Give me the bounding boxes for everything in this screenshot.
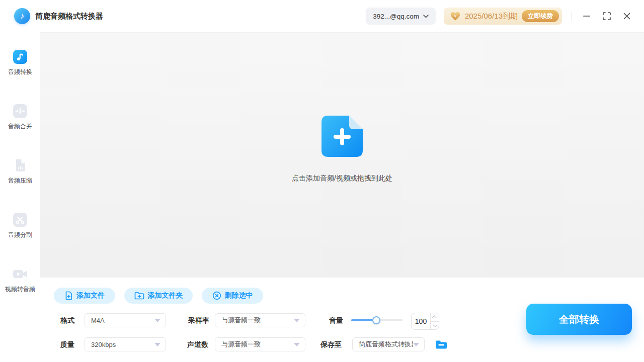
sample-rate-label: 采样率	[188, 313, 209, 327]
dropzone-hint: 点击添加音频/视频或拖拽到此处	[292, 174, 392, 183]
browse-folder-button[interactable]	[434, 337, 449, 351]
format-select[interactable]: M4A	[85, 313, 166, 327]
audio-split-icon	[13, 212, 27, 227]
title-bar: ♪ 简鹿音频格式转换器 392...@qq.com V 2025/06/13到期…	[0, 0, 644, 32]
vip-status-badge: V 2025/06/13到期 立即续费	[444, 8, 562, 25]
file-list-panel: 点击添加音频/视频或拖拽到此处	[40, 32, 644, 278]
convert-all-button[interactable]: 全部转换	[526, 304, 632, 335]
sidebar-item-audio-compress[interactable]: 音频压缩	[8, 158, 32, 185]
maximize-icon	[603, 12, 611, 20]
delete-selected-button[interactable]: 删除选中	[202, 288, 263, 304]
app-title: 简鹿音频格式转换器	[35, 12, 103, 21]
chevron-down-icon	[423, 15, 429, 18]
format-label: 格式	[60, 313, 74, 327]
chevron-down-icon	[294, 343, 300, 346]
audio-merge-icon	[13, 104, 27, 119]
chevron-down-icon	[413, 343, 419, 346]
sidebar-item-label: 音频转换	[8, 68, 32, 76]
dropzone[interactable]: 点击添加音频/视频或拖拽到此处	[292, 116, 392, 183]
sidebar-item-video-to-audio[interactable]: 视频转音频	[5, 266, 35, 294]
video-to-audio-icon	[13, 266, 28, 282]
divider	[571, 12, 572, 21]
maximize-button[interactable]	[597, 6, 617, 26]
add-file-icon	[321, 116, 363, 157]
channels-label: 声道数	[187, 337, 208, 351]
vip-heart-icon: V	[450, 11, 461, 21]
chevron-up-icon	[432, 315, 436, 319]
format-value: M4A	[91, 317, 154, 324]
sample-rate-select[interactable]: 与源音频一致	[215, 313, 305, 327]
account-email: 392...@qq.com	[373, 13, 419, 20]
channels-select[interactable]: 与源音频一致	[215, 337, 305, 351]
volume-slider[interactable]	[351, 319, 403, 321]
sidebar-item-label: 视频转音频	[5, 285, 35, 294]
file-plus-icon	[64, 291, 73, 300]
sidebar-item-label: 音频合并	[8, 122, 32, 131]
svg-text:V: V	[454, 14, 457, 18]
volume-spinner	[430, 313, 439, 329]
audio-convert-icon	[13, 49, 27, 64]
close-icon	[623, 13, 630, 20]
chevron-down-icon	[433, 323, 437, 327]
volume-slider-handle[interactable]	[372, 316, 380, 324]
quality-label: 质量	[60, 337, 74, 351]
add-folder-button[interactable]: 添加文件夹	[124, 288, 193, 304]
chevron-down-icon	[154, 319, 160, 322]
volume-decrement-button[interactable]	[431, 321, 439, 330]
volume-increment-button[interactable]	[431, 313, 439, 321]
circle-x-icon	[212, 291, 221, 300]
sidebar: 音频转换 音频合并 音频压缩	[0, 32, 40, 362]
chevron-down-icon	[294, 319, 300, 322]
folder-icon	[435, 340, 447, 349]
quality-value: 320kbps	[91, 341, 154, 348]
volume-label: 音量	[329, 313, 343, 327]
audio-compress-icon	[13, 158, 28, 173]
folder-plus-icon	[134, 291, 144, 300]
app-logo-icon: ♪	[14, 8, 30, 24]
sidebar-item-label: 音频分割	[8, 231, 32, 239]
quality-select[interactable]: 320kbps	[85, 337, 166, 351]
sidebar-item-audio-merge[interactable]: 音频合并	[8, 104, 32, 131]
volume-input[interactable]: 100	[411, 313, 439, 330]
volume-value[interactable]: 100	[412, 313, 430, 329]
minimize-icon	[583, 13, 590, 20]
vip-expiry-date: 2025/06/13到期	[465, 12, 518, 21]
save-to-select[interactable]: 简鹿音频格式转换器	[352, 337, 425, 351]
channels-value: 与源音频一致	[221, 340, 294, 349]
bottom-panel: 添加文件 添加文件夹 删除选中 格式 M4A 采样率 与源音频一致 音量 100	[0, 278, 644, 362]
add-file-button[interactable]: 添加文件	[54, 288, 115, 304]
account-dropdown[interactable]: 392...@qq.com	[366, 8, 436, 25]
add-folder-label: 添加文件夹	[148, 291, 183, 300]
sample-rate-value: 与源音频一致	[221, 316, 294, 325]
minimize-button[interactable]	[577, 6, 597, 26]
save-to-label: 保存至	[320, 337, 342, 351]
close-button[interactable]	[617, 6, 637, 26]
delete-selected-label: 删除选中	[225, 291, 253, 300]
save-to-value: 简鹿音频格式转换器	[359, 340, 413, 349]
sidebar-item-audio-split[interactable]: 音频分割	[8, 212, 32, 239]
sidebar-item-audio-convert[interactable]: 音频转换	[8, 49, 32, 76]
renew-button[interactable]: 立即续费	[522, 10, 559, 22]
sidebar-item-label: 音频压缩	[8, 176, 32, 185]
add-file-label: 添加文件	[76, 291, 105, 300]
window-controls	[571, 6, 637, 26]
chevron-down-icon	[154, 343, 160, 346]
